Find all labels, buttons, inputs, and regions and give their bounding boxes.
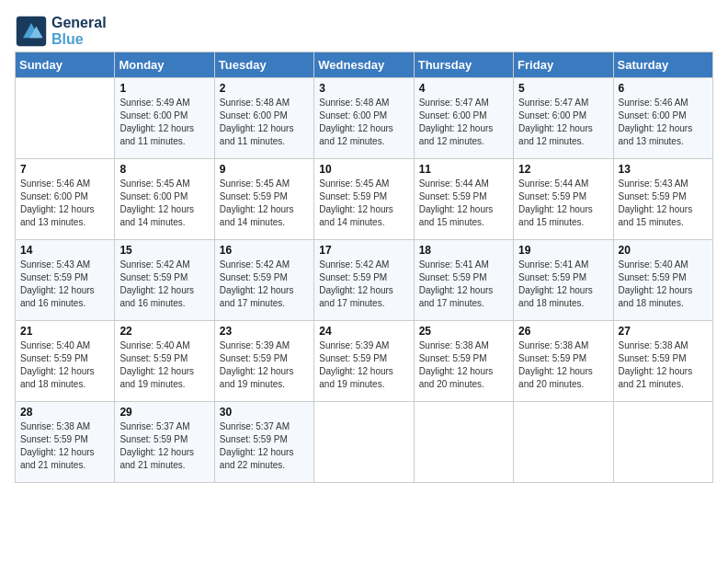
day-number: 15 bbox=[119, 244, 209, 257]
day-info: Sunrise: 5:44 AM Sunset: 5:59 PM Dayligh… bbox=[419, 178, 508, 229]
day-info: Sunrise: 5:46 AM Sunset: 6:00 PM Dayligh… bbox=[20, 178, 109, 229]
day-info: Sunrise: 5:45 AM Sunset: 5:59 PM Dayligh… bbox=[319, 178, 408, 229]
day-number: 18 bbox=[419, 244, 508, 257]
calendar-cell: 20Sunrise: 5:40 AM Sunset: 5:59 PM Dayli… bbox=[613, 240, 712, 321]
calendar-cell: 6Sunrise: 5:46 AM Sunset: 6:00 PM Daylig… bbox=[613, 78, 712, 159]
calendar-cell: 21Sunrise: 5:40 AM Sunset: 5:59 PM Dayli… bbox=[16, 321, 115, 402]
day-number: 28 bbox=[20, 406, 109, 419]
calendar-week-row: 1Sunrise: 5:49 AM Sunset: 6:00 PM Daylig… bbox=[16, 78, 713, 159]
day-info: Sunrise: 5:38 AM Sunset: 5:59 PM Dayligh… bbox=[619, 339, 708, 391]
weekday-header: Friday bbox=[514, 52, 613, 78]
calendar-cell: 5Sunrise: 5:47 AM Sunset: 6:00 PM Daylig… bbox=[514, 78, 613, 159]
day-number: 6 bbox=[619, 82, 708, 95]
calendar-cell bbox=[613, 402, 712, 483]
calendar-cell: 10Sunrise: 5:45 AM Sunset: 5:59 PM Dayli… bbox=[314, 159, 414, 240]
day-number: 3 bbox=[319, 82, 408, 95]
day-number: 27 bbox=[619, 325, 708, 338]
calendar-cell: 29Sunrise: 5:37 AM Sunset: 5:59 PM Dayli… bbox=[115, 402, 214, 483]
calendar-cell: 28Sunrise: 5:38 AM Sunset: 5:59 PM Dayli… bbox=[16, 402, 115, 483]
day-info: Sunrise: 5:42 AM Sunset: 5:59 PM Dayligh… bbox=[220, 259, 309, 310]
day-info: Sunrise: 5:37 AM Sunset: 5:59 PM Dayligh… bbox=[119, 420, 209, 472]
calendar-cell: 8Sunrise: 5:45 AM Sunset: 6:00 PM Daylig… bbox=[115, 159, 214, 240]
weekday-header: Tuesday bbox=[214, 52, 313, 78]
day-number: 16 bbox=[220, 244, 309, 257]
calendar-cell bbox=[514, 402, 613, 483]
day-info: Sunrise: 5:47 AM Sunset: 6:00 PM Dayligh… bbox=[518, 97, 608, 148]
calendar-cell: 9Sunrise: 5:45 AM Sunset: 5:59 PM Daylig… bbox=[214, 159, 313, 240]
day-info: Sunrise: 5:42 AM Sunset: 5:59 PM Dayligh… bbox=[119, 259, 209, 310]
calendar-cell: 4Sunrise: 5:47 AM Sunset: 6:00 PM Daylig… bbox=[414, 78, 513, 159]
day-info: Sunrise: 5:42 AM Sunset: 5:59 PM Dayligh… bbox=[319, 259, 408, 310]
day-info: Sunrise: 5:38 AM Sunset: 5:59 PM Dayligh… bbox=[20, 420, 109, 472]
day-number: 24 bbox=[319, 325, 408, 338]
calendar-body: 1Sunrise: 5:49 AM Sunset: 6:00 PM Daylig… bbox=[16, 78, 713, 483]
calendar-cell: 30Sunrise: 5:37 AM Sunset: 5:59 PM Dayli… bbox=[214, 402, 313, 483]
weekday-row: SundayMondayTuesdayWednesdayThursdayFrid… bbox=[16, 52, 713, 78]
calendar-cell: 3Sunrise: 5:48 AM Sunset: 6:00 PM Daylig… bbox=[314, 78, 414, 159]
day-number: 30 bbox=[220, 406, 309, 419]
day-info: Sunrise: 5:38 AM Sunset: 5:59 PM Dayligh… bbox=[518, 339, 608, 391]
logo: General Blue bbox=[15, 15, 107, 48]
day-number: 10 bbox=[319, 163, 408, 176]
calendar-cell: 13Sunrise: 5:43 AM Sunset: 5:59 PM Dayli… bbox=[613, 159, 712, 240]
day-number: 21 bbox=[20, 325, 109, 338]
day-info: Sunrise: 5:40 AM Sunset: 5:59 PM Dayligh… bbox=[119, 339, 209, 391]
day-info: Sunrise: 5:45 AM Sunset: 5:59 PM Dayligh… bbox=[220, 178, 309, 229]
calendar-cell: 16Sunrise: 5:42 AM Sunset: 5:59 PM Dayli… bbox=[214, 240, 313, 321]
calendar-week-row: 7Sunrise: 5:46 AM Sunset: 6:00 PM Daylig… bbox=[16, 159, 713, 240]
day-info: Sunrise: 5:41 AM Sunset: 5:59 PM Dayligh… bbox=[419, 259, 508, 310]
logo-line2: Blue bbox=[51, 31, 107, 48]
calendar-cell: 15Sunrise: 5:42 AM Sunset: 5:59 PM Dayli… bbox=[115, 240, 214, 321]
calendar-cell: 27Sunrise: 5:38 AM Sunset: 5:59 PM Dayli… bbox=[613, 321, 712, 402]
calendar-cell: 7Sunrise: 5:46 AM Sunset: 6:00 PM Daylig… bbox=[16, 159, 115, 240]
calendar-cell: 17Sunrise: 5:42 AM Sunset: 5:59 PM Dayli… bbox=[314, 240, 414, 321]
weekday-header: Monday bbox=[115, 52, 214, 78]
day-number: 17 bbox=[319, 244, 408, 257]
day-info: Sunrise: 5:40 AM Sunset: 5:59 PM Dayligh… bbox=[619, 259, 708, 310]
calendar-cell bbox=[16, 78, 115, 159]
calendar-table: SundayMondayTuesdayWednesdayThursdayFrid… bbox=[15, 52, 713, 483]
day-number: 12 bbox=[518, 163, 608, 176]
calendar-cell: 19Sunrise: 5:41 AM Sunset: 5:59 PM Dayli… bbox=[514, 240, 613, 321]
day-info: Sunrise: 5:47 AM Sunset: 6:00 PM Dayligh… bbox=[419, 97, 508, 148]
day-info: Sunrise: 5:44 AM Sunset: 5:59 PM Dayligh… bbox=[518, 178, 608, 229]
weekday-header: Wednesday bbox=[314, 52, 414, 78]
day-number: 11 bbox=[419, 163, 508, 176]
day-info: Sunrise: 5:46 AM Sunset: 6:00 PM Dayligh… bbox=[619, 97, 708, 148]
weekday-header: Saturday bbox=[613, 52, 712, 78]
calendar-cell: 1Sunrise: 5:49 AM Sunset: 6:00 PM Daylig… bbox=[115, 78, 214, 159]
day-info: Sunrise: 5:39 AM Sunset: 5:59 PM Dayligh… bbox=[319, 339, 408, 391]
calendar-cell bbox=[414, 402, 513, 483]
day-info: Sunrise: 5:48 AM Sunset: 6:00 PM Dayligh… bbox=[319, 97, 408, 148]
calendar-cell bbox=[314, 402, 414, 483]
calendar-cell: 22Sunrise: 5:40 AM Sunset: 5:59 PM Dayli… bbox=[115, 321, 214, 402]
calendar-week-row: 21Sunrise: 5:40 AM Sunset: 5:59 PM Dayli… bbox=[16, 321, 713, 402]
logo-icon bbox=[15, 15, 48, 48]
day-number: 22 bbox=[119, 325, 209, 338]
day-info: Sunrise: 5:40 AM Sunset: 5:59 PM Dayligh… bbox=[20, 339, 109, 391]
page-header: General Blue bbox=[15, 15, 713, 48]
day-info: Sunrise: 5:48 AM Sunset: 6:00 PM Dayligh… bbox=[220, 97, 309, 148]
day-info: Sunrise: 5:39 AM Sunset: 5:59 PM Dayligh… bbox=[220, 339, 309, 391]
day-number: 2 bbox=[220, 82, 309, 95]
day-number: 20 bbox=[619, 244, 708, 257]
day-number: 19 bbox=[518, 244, 608, 257]
day-number: 25 bbox=[419, 325, 508, 338]
calendar-cell: 23Sunrise: 5:39 AM Sunset: 5:59 PM Dayli… bbox=[214, 321, 313, 402]
day-number: 14 bbox=[20, 244, 109, 257]
day-info: Sunrise: 5:43 AM Sunset: 5:59 PM Dayligh… bbox=[20, 259, 109, 310]
day-number: 26 bbox=[518, 325, 608, 338]
calendar-week-row: 28Sunrise: 5:38 AM Sunset: 5:59 PM Dayli… bbox=[16, 402, 713, 483]
day-info: Sunrise: 5:37 AM Sunset: 5:59 PM Dayligh… bbox=[220, 420, 309, 472]
calendar-cell: 25Sunrise: 5:38 AM Sunset: 5:59 PM Dayli… bbox=[414, 321, 513, 402]
day-number: 23 bbox=[220, 325, 309, 338]
day-info: Sunrise: 5:49 AM Sunset: 6:00 PM Dayligh… bbox=[119, 97, 209, 148]
day-number: 9 bbox=[220, 163, 309, 176]
calendar-cell: 2Sunrise: 5:48 AM Sunset: 6:00 PM Daylig… bbox=[214, 78, 313, 159]
calendar-cell: 18Sunrise: 5:41 AM Sunset: 5:59 PM Dayli… bbox=[414, 240, 513, 321]
weekday-header: Sunday bbox=[16, 52, 115, 78]
day-info: Sunrise: 5:43 AM Sunset: 5:59 PM Dayligh… bbox=[619, 178, 708, 229]
day-number: 13 bbox=[619, 163, 708, 176]
calendar-header: SundayMondayTuesdayWednesdayThursdayFrid… bbox=[16, 52, 713, 78]
day-number: 7 bbox=[20, 163, 109, 176]
